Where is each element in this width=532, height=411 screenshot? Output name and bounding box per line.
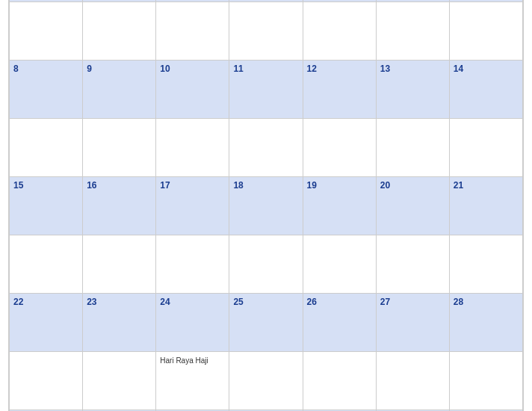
- day-number: 27: [380, 297, 445, 307]
- day-number: 17: [160, 180, 225, 191]
- day-body-1: [10, 1, 83, 60]
- day-body-18: [229, 235, 303, 293]
- day-body-27: [376, 351, 449, 410]
- day-event: Hari Raya Haji: [160, 356, 225, 365]
- day-cell-17: 17: [156, 176, 229, 235]
- day-body-24: Hari Raya Haji: [156, 351, 229, 410]
- day-body-17: [156, 235, 229, 293]
- day-cell-16: 16: [83, 176, 156, 235]
- day-body-19: [303, 235, 376, 293]
- day-cell-12: 12: [303, 60, 376, 118]
- calendar-wrapper: General Blue April 2029 Singapore Sunday…: [8, 0, 524, 411]
- day-number: 23: [87, 297, 152, 307]
- day-body-8: [10, 118, 83, 176]
- day-number: 14: [454, 64, 519, 74]
- day-body-4: [229, 1, 303, 60]
- day-cell-26: 26: [303, 293, 376, 351]
- day-number: 16: [87, 180, 152, 191]
- day-number: 10: [160, 64, 225, 74]
- day-cell-20: 20: [376, 176, 449, 235]
- day-body-20: [376, 235, 449, 293]
- week-row-body-4: Hari Raya Haji: [10, 351, 523, 410]
- week-row-body-3: [10, 235, 523, 293]
- day-body-5: [303, 1, 376, 60]
- day-body-9: [83, 118, 156, 176]
- day-number: 21: [454, 180, 519, 191]
- day-number: 11: [233, 64, 298, 74]
- day-body-16: [83, 235, 156, 293]
- day-number: 9: [87, 64, 152, 74]
- day-body-7: [449, 1, 522, 60]
- day-cell-10: 10: [156, 60, 229, 118]
- day-number: 22: [13, 297, 78, 307]
- day-body-10: [156, 118, 229, 176]
- day-cell-22: 22: [10, 293, 83, 351]
- day-number: 25: [233, 297, 298, 307]
- day-cell-24: 24: [156, 293, 229, 351]
- day-number: 12: [307, 64, 372, 74]
- day-body-26: [303, 351, 376, 410]
- day-cell-9: 9: [83, 60, 156, 118]
- day-body-12: [303, 118, 376, 176]
- day-number: 28: [454, 297, 519, 307]
- calendar-table: SundayMondayTuesdayWednesdayThursdayFrid…: [9, 0, 523, 411]
- day-body-6: [376, 1, 449, 60]
- day-cell-13: 13: [376, 60, 449, 118]
- day-cell-8: 8: [10, 60, 83, 118]
- week-row-body-2: [10, 118, 523, 176]
- day-body-25: [229, 351, 303, 410]
- day-body-14: [449, 118, 522, 176]
- day-body-22: [10, 351, 83, 410]
- day-body-13: [376, 118, 449, 176]
- day-cell-15: 15: [10, 176, 83, 235]
- day-cell-18: 18: [229, 176, 303, 235]
- day-cell-27: 27: [376, 293, 449, 351]
- day-cell-28: 28: [449, 293, 522, 351]
- day-body-15: [10, 235, 83, 293]
- day-number: 26: [307, 297, 372, 307]
- day-number: 8: [13, 64, 78, 74]
- day-body-11: [229, 118, 303, 176]
- day-cell-21: 21: [449, 176, 522, 235]
- day-body-3: [156, 1, 229, 60]
- day-number: 24: [160, 297, 225, 307]
- week-row-header-4: 22232425262728: [10, 293, 523, 351]
- day-cell-25: 25: [229, 293, 303, 351]
- day-body-21: [449, 235, 522, 293]
- day-body-23: [83, 351, 156, 410]
- week-row-body-1: [10, 1, 523, 60]
- day-number: 18: [233, 180, 298, 191]
- day-number: 13: [380, 64, 445, 74]
- day-body-28: [449, 351, 522, 410]
- day-cell-11: 11: [229, 60, 303, 118]
- day-number: 19: [307, 180, 372, 191]
- day-number: 20: [380, 180, 445, 191]
- day-body-2: [83, 1, 156, 60]
- day-number: 15: [13, 180, 78, 191]
- week-row-header-2: 891011121314: [10, 60, 523, 118]
- week-row-header-3: 15161718192021: [10, 176, 523, 235]
- day-cell-19: 19: [303, 176, 376, 235]
- day-cell-23: 23: [83, 293, 156, 351]
- day-cell-14: 14: [449, 60, 522, 118]
